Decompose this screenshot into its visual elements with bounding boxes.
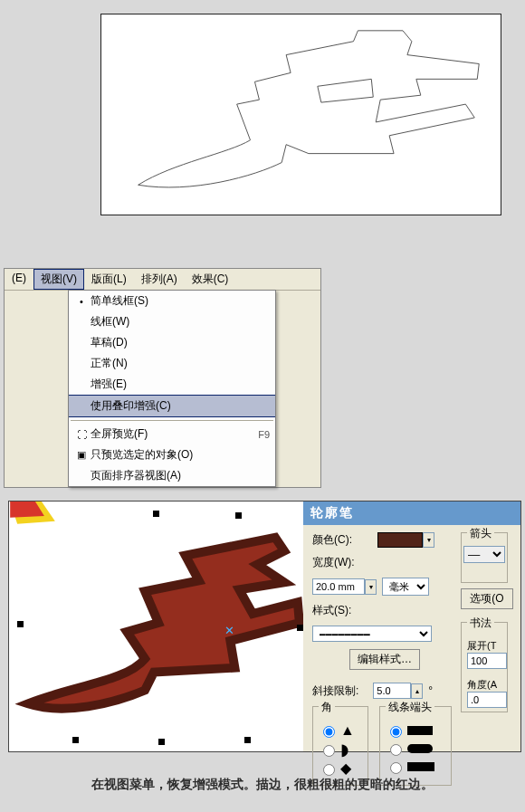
separator xyxy=(71,420,273,421)
selection-handle[interactable] xyxy=(235,512,242,519)
corner-round-option[interactable]: ◗ xyxy=(319,741,362,758)
fullscreen-icon: ⛶ xyxy=(72,429,91,440)
corner-bevel-option[interactable]: ◆ xyxy=(319,761,362,776)
dd-simple-wireframe[interactable]: •简单线框(S) xyxy=(69,291,275,311)
menubar-item-layout[interactable]: 版面(L) xyxy=(84,269,134,290)
angle-label: 角度(A xyxy=(467,678,501,692)
corner-round-icon: ◗ xyxy=(340,741,348,758)
dd-wireframe[interactable]: 线框(W) xyxy=(69,311,275,332)
dd-label: 线框(W) xyxy=(91,314,129,330)
degree-icon: ° xyxy=(428,684,433,697)
dd-label: 简单线框(S) xyxy=(91,293,148,309)
dd-draft[interactable]: 草稿(D) xyxy=(69,332,275,353)
dd-page-sorter[interactable]: 页面排序器视图(A) xyxy=(69,465,275,486)
arrow-legend: 箭头 xyxy=(467,526,494,541)
view-dropdown: •简单线框(S) 线框(W) 草稿(D) 正常(N) 增强(E) 使用叠印增强(… xyxy=(68,290,276,487)
width-input[interactable] xyxy=(312,578,365,595)
dd-enhanced[interactable]: 增强(E) xyxy=(69,374,275,395)
calligraphy-legend: 书法 xyxy=(467,616,494,631)
preview-selected-icon: ▣ xyxy=(72,449,91,461)
selection-handle[interactable] xyxy=(153,511,159,517)
center-marker-icon: ✕ xyxy=(224,624,234,637)
selection-handle[interactable] xyxy=(17,621,24,627)
corner-bevel-icon: ◆ xyxy=(340,761,351,776)
dd-label: 草稿(D) xyxy=(91,335,128,350)
corners-legend: 角 xyxy=(319,700,335,715)
cap-flat-option[interactable] xyxy=(386,723,446,738)
caption-text: 在视图菜单，恢复增强模式。描边，很粗很粗的更暗的红边。 xyxy=(0,777,525,793)
outline-pen-dialog: 轮廓笔 颜色(C): ▾ 宽度(W): ▾ 毫米 xyxy=(303,502,520,751)
corner-miter-option[interactable]: ▲ xyxy=(319,723,362,738)
style-select[interactable]: ━━━━━━━━ xyxy=(312,626,432,642)
style-label: 样式(S): xyxy=(312,603,351,618)
stroke-section: ✕ 轮廓笔 颜色(C): ▾ 宽度(W): ▾ 毫米 xyxy=(8,501,521,752)
color-label: 颜色(C): xyxy=(312,532,352,548)
selection-handle[interactable] xyxy=(297,625,303,631)
cap-flat-icon xyxy=(407,726,433,735)
width-spinner[interactable]: ▾ xyxy=(365,579,377,595)
linecaps-legend: 线条端头 xyxy=(386,700,434,715)
arrow-options-button[interactable]: 选项(O xyxy=(461,588,513,609)
dd-normal[interactable]: 正常(N) xyxy=(69,353,275,374)
menubar-item-edit[interactable]: (E) xyxy=(5,269,33,290)
angle-input[interactable] xyxy=(467,692,507,708)
dd-label: 页面排序器视图(A) xyxy=(91,468,181,483)
dd-label: 增强(E) xyxy=(91,377,127,392)
cap-square-option[interactable] xyxy=(386,759,446,774)
stretch-input[interactable] xyxy=(467,653,507,669)
dd-fullscreen-preview[interactable]: ⛶全屏预览(F)F9 xyxy=(69,424,275,444)
miter-spinner[interactable]: ▴ xyxy=(411,683,423,699)
dialog-title: 轮廓笔 xyxy=(303,502,520,525)
dd-shortcut: F9 xyxy=(258,429,270,440)
dd-label: 正常(N) xyxy=(91,356,128,371)
dd-label: 全屏预览(F) xyxy=(91,426,148,442)
menubar-item-effects[interactable]: 效果(C) xyxy=(185,269,236,290)
cap-round-icon xyxy=(407,744,433,753)
dd-label: 只预览选定的对象(O) xyxy=(91,447,193,463)
outline-canvas xyxy=(100,14,501,215)
miter-label: 斜接限制: xyxy=(312,683,358,699)
dd-preview-selected[interactable]: ▣只预览选定的对象(O) xyxy=(69,444,275,465)
dd-label: 使用叠印增强(C) xyxy=(91,398,171,414)
menubar: (E) 视图(V) 版面(L) 排列(A) 效果(C) xyxy=(5,269,320,291)
selection-handle[interactable] xyxy=(72,737,79,743)
color-dropdown-button[interactable]: ▾ xyxy=(423,532,434,548)
cap-round-option[interactable] xyxy=(386,741,446,756)
menubar-item-arrange[interactable]: 排列(A) xyxy=(134,269,185,290)
unit-select[interactable]: 毫米 xyxy=(382,578,429,596)
artwork-canvas[interactable]: ✕ xyxy=(9,502,303,751)
selection-handle[interactable] xyxy=(244,737,251,743)
cap-square-icon xyxy=(407,762,434,771)
corner-miter-icon: ▲ xyxy=(340,723,355,738)
menubar-item-view[interactable]: 视图(V) xyxy=(33,269,84,290)
selection-handle[interactable] xyxy=(158,739,165,745)
dd-overprint-enhanced[interactable]: 使用叠印增强(C) xyxy=(69,395,275,417)
arrow-start-select[interactable]: — xyxy=(463,546,505,563)
stretch-label: 展开(T xyxy=(467,639,501,653)
menu-area: (E) 视图(V) 版面(L) 排列(A) 效果(C) •简单线框(S) 线框(… xyxy=(4,268,321,488)
miter-input[interactable] xyxy=(373,683,411,699)
color-swatch[interactable] xyxy=(377,532,423,548)
width-label: 宽度(W): xyxy=(312,555,355,570)
edit-style-button[interactable]: 编辑样式… xyxy=(349,649,420,670)
radio-dot-icon: • xyxy=(72,296,91,307)
